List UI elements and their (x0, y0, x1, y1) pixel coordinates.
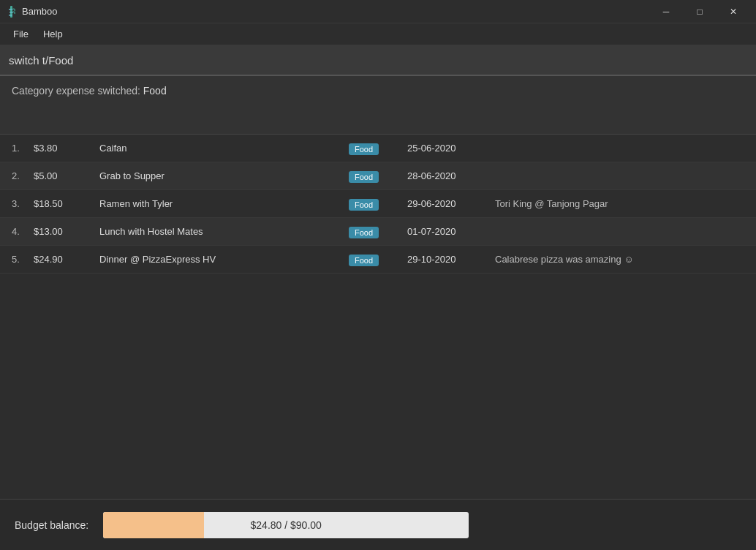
expense-num: 2. (12, 170, 34, 181)
expense-note: Tori King @ Tanjong Pagar (495, 198, 744, 209)
maximize-button[interactable]: □ (683, 0, 717, 23)
expense-description: Lunch with Hostel Mates (99, 226, 349, 237)
svg-rect-3 (9, 15, 12, 16)
expense-date: 29-10-2020 (407, 254, 495, 265)
expense-category-col: Food (349, 197, 407, 211)
title-bar-left: Bamboo (6, 6, 57, 18)
title-bar: Bamboo ─ □ ✕ (0, 0, 756, 23)
expense-list: 1. $3.80 Caifan Food 25-06-2020 2. $5.00… (0, 135, 756, 274)
table-row: 1. $3.80 Caifan Food 25-06-2020 (0, 135, 756, 162)
title-bar-controls: ─ □ ✕ (649, 0, 750, 23)
expense-amount: $24.90 (34, 254, 99, 265)
status-message: Category expense switched: Food (12, 85, 744, 97)
budget-fill (103, 512, 204, 538)
category-badge: Food (349, 143, 379, 155)
expense-description: Dinner @ PizzaExpress HV (99, 254, 349, 265)
svg-rect-1 (9, 9, 12, 10)
budget-track: $24.80 / $90.00 (103, 512, 469, 538)
table-row: 5. $24.90 Dinner @ PizzaExpress HV Food … (0, 246, 756, 274)
minimize-button[interactable]: ─ (649, 0, 683, 23)
expense-description: Caifan (99, 143, 349, 154)
status-prefix: Category expense switched: (12, 85, 140, 97)
expense-description: Grab to Supper (99, 170, 349, 181)
category-badge: Food (349, 227, 379, 238)
category-badge: Food (349, 199, 379, 211)
budget-label: Budget balance: (15, 519, 88, 531)
table-row: 2. $5.00 Grab to Supper Food 28-06-2020 (0, 162, 756, 190)
expense-amount: $18.50 (34, 198, 99, 209)
expense-description: Ramen with Tyler (99, 198, 349, 209)
budget-display: $24.80 / $90.00 (251, 519, 322, 531)
expense-amount: $13.00 (34, 226, 99, 237)
category-badge: Food (349, 255, 379, 266)
expense-date: 25-06-2020 (407, 143, 495, 154)
expense-num: 1. (12, 143, 34, 154)
table-row: 4. $13.00 Lunch with Hostel Mates Food 0… (0, 218, 756, 246)
expense-date: 29-06-2020 (407, 198, 495, 209)
close-button[interactable]: ✕ (717, 0, 750, 23)
expense-amount: $5.00 (34, 170, 99, 181)
command-input[interactable] (0, 45, 756, 75)
expense-date: 28-06-2020 (407, 170, 495, 181)
expense-num: 5. (12, 254, 34, 265)
expense-category-col: Food (349, 253, 407, 266)
expense-num: 3. (12, 198, 34, 209)
app-title: Bamboo (22, 6, 57, 17)
expense-category-col: Food (349, 142, 407, 155)
expense-category-col: Food (349, 170, 407, 183)
status-value: Food (143, 85, 167, 97)
status-area: Category expense switched: Food (0, 76, 756, 135)
expense-category-col: Food (349, 225, 407, 238)
budget-bar-area: Budget balance: $24.80 / $90.00 (0, 499, 756, 550)
menu-file[interactable]: File (6, 26, 36, 42)
menu-help[interactable]: Help (36, 26, 70, 42)
expense-num: 4. (12, 226, 34, 237)
table-row: 3. $18.50 Ramen with Tyler Food 29-06-20… (0, 190, 756, 218)
category-badge: Food (349, 171, 379, 183)
menu-bar: File Help (0, 23, 756, 45)
command-area (0, 45, 756, 76)
expense-date: 01-07-2020 (407, 226, 495, 237)
expense-note: Calabrese pizza was amazing ☺ (495, 254, 744, 265)
bamboo-icon (6, 6, 18, 18)
expense-amount: $3.80 (34, 143, 99, 154)
